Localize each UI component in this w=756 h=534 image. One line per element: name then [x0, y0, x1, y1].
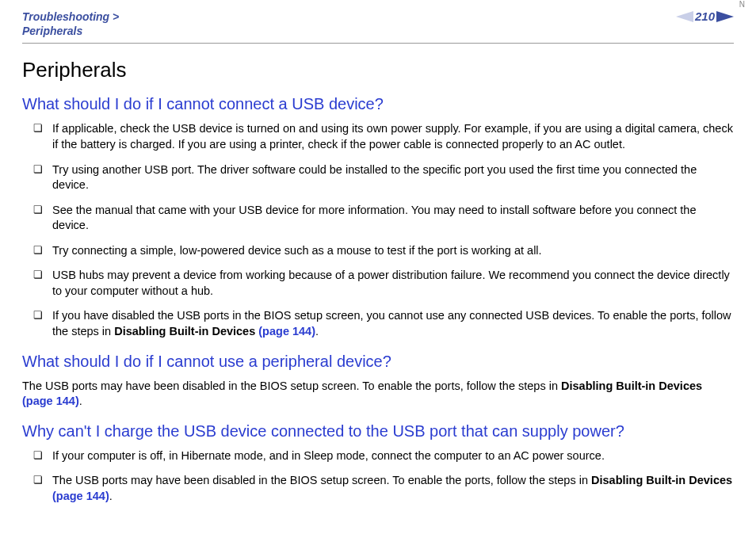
para-text: The USB ports may have been disabled in … [22, 380, 561, 392]
list-text: The USB ports may have been disabled in … [52, 474, 591, 486]
breadcrumb: Troubleshooting > Peripherals [22, 10, 119, 38]
question-heading: What should I do if I cannot use a perip… [22, 353, 734, 371]
next-page-icon[interactable] [716, 11, 734, 22]
list-item: Try connecting a simple, low-powered dev… [33, 243, 734, 259]
list-item: See the manual that came with your USB d… [33, 203, 734, 234]
prev-page-icon[interactable] [676, 11, 693, 22]
para-text-post: . [79, 395, 82, 407]
page-link[interactable]: (page 144) [52, 490, 109, 502]
bold-ref: Disabling Built-in Devices [561, 380, 702, 392]
pager: 210 [676, 10, 734, 23]
list-text: USB hubs may prevent a device from worki… [52, 269, 730, 297]
list-item: If applicable, check the USB device is t… [33, 121, 734, 152]
page-title: Peripherals [22, 58, 734, 82]
list-text: Try using another USB port. The driver s… [52, 163, 697, 192]
nav-letter: N [739, 0, 745, 9]
bold-ref: Disabling Built-in Devices [114, 325, 258, 338]
page-link[interactable]: (page 144) [22, 395, 79, 407]
header: Troubleshooting > Peripherals 210 [22, 10, 734, 44]
question-heading: Why can't I charge the USB device connec… [22, 422, 734, 441]
bullet-list: If your computer is off, in Hibernate mo… [22, 448, 734, 505]
breadcrumb-current[interactable]: Peripherals [22, 25, 82, 37]
list-item: Try using another USB port. The driver s… [33, 162, 734, 193]
list-item: If your computer is off, in Hibernate mo… [33, 448, 734, 464]
list-text: If applicable, check the USB device is t… [52, 122, 733, 151]
svg-marker-0 [676, 11, 693, 22]
list-text: Try connecting a simple, low-powered dev… [52, 244, 542, 257]
list-item: USB hubs may prevent a device from worki… [33, 268, 734, 299]
list-text-post: . [109, 490, 113, 502]
bold-ref: Disabling Built-in Devices [591, 474, 732, 486]
paragraph: The USB ports may have been disabled in … [22, 379, 734, 410]
list-item: If you have disabled the USB ports in th… [33, 308, 734, 339]
page-link[interactable]: (page 144) [258, 325, 315, 338]
list-text-post: . [315, 325, 319, 338]
question-heading: What should I do if I cannot connect a U… [22, 95, 734, 113]
svg-marker-1 [716, 11, 734, 22]
breadcrumb-parent[interactable]: Troubleshooting > [22, 10, 119, 23]
bullet-list: If applicable, check the USB device is t… [22, 121, 734, 339]
list-text: If your computer is off, in Hibernate mo… [52, 449, 605, 462]
list-text: See the manual that came with your USB d… [52, 204, 696, 232]
page-number: 210 [695, 10, 715, 23]
list-item: The USB ports may have been disabled in … [33, 473, 734, 504]
